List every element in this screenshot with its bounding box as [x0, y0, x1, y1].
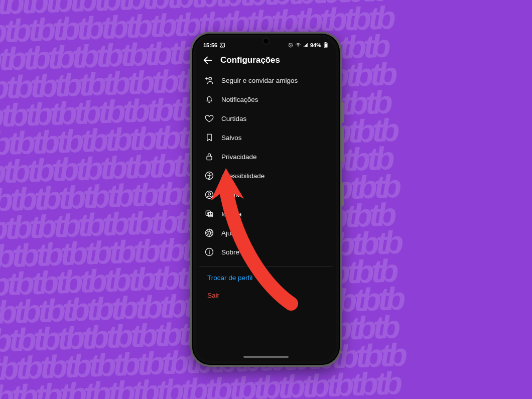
battery-icon	[323, 42, 329, 48]
link-label: Trocar de perfil	[207, 274, 252, 282]
signal-icon	[303, 42, 309, 48]
language-icon	[204, 209, 214, 219]
phone-side-button	[341, 102, 344, 123]
menu-item-accessibility[interactable]: Acessibilidade	[199, 166, 333, 185]
menu-item-privacy[interactable]: Privacidade	[199, 147, 333, 166]
link-label: Sair	[207, 292, 219, 299]
phone-side-button	[341, 182, 344, 206]
lock-icon	[204, 152, 214, 162]
accessibility-icon	[204, 171, 214, 181]
svg-rect-8	[207, 156, 212, 160]
svg-point-7	[209, 77, 211, 80]
menu-item-label: Sobre	[221, 248, 239, 256]
phone-side-button	[341, 127, 344, 162]
image-icon	[219, 42, 225, 48]
menu-item-help[interactable]: Ajuda	[199, 223, 333, 242]
svg-point-10	[209, 173, 210, 175]
info-icon	[204, 247, 214, 257]
camera-hole	[263, 39, 269, 44]
menu-item-label: Notificações	[221, 96, 258, 103]
page-title: Configurações	[220, 55, 280, 65]
person-add-icon	[204, 75, 214, 85]
svg-point-16	[208, 231, 210, 234]
status-time: 15:56	[203, 42, 217, 48]
svg-point-3	[298, 46, 298, 47]
menu-item-about[interactable]: Sobre	[199, 242, 333, 261]
menu-item-account[interactable]: Conta	[199, 185, 333, 204]
svg-rect-6	[325, 42, 326, 43]
svg-rect-5	[325, 44, 327, 48]
menu-item-likes[interactable]: Curtidas	[199, 109, 333, 128]
menu-item-label: Acessibilidade	[221, 172, 264, 180]
menu-item-notifications[interactable]: Notificações	[199, 90, 333, 109]
tutorial-image: tbtbtbtbtbtbtbtbtbtbtbtbtbtbtbtbtb tbtbt…	[0, 0, 532, 399]
bell-icon	[204, 94, 214, 104]
home-indicator	[243, 356, 289, 358]
menu-item-language[interactable]: Idioma	[199, 204, 333, 223]
menu-item-follow-invite[interactable]: Seguir e convidar amigos	[199, 71, 333, 90]
menu-item-label: Conta	[221, 191, 239, 199]
help-icon	[204, 228, 214, 238]
phone-frame: 15:56	[190, 32, 342, 367]
alarm-icon	[288, 42, 294, 48]
heart-icon	[204, 113, 214, 123]
menu-item-label: Idioma	[221, 210, 242, 218]
svg-point-18	[209, 250, 210, 251]
settings-menu: Seguir e convidar amigos Notificações Cu…	[196, 71, 336, 304]
wifi-icon	[295, 42, 301, 48]
phone-screen: 15:56	[196, 38, 336, 361]
bookmark-icon	[204, 132, 214, 143]
user-circle-icon	[204, 190, 214, 200]
divider	[199, 267, 333, 267]
menu-item-label: Salvos	[221, 134, 242, 142]
menu-item-label: Seguir e convidar amigos	[221, 77, 298, 84]
svg-point-12	[208, 193, 211, 195]
back-button[interactable]	[202, 55, 213, 66]
switch-profile-link[interactable]: Trocar de perfil	[199, 269, 333, 287]
menu-item-saved[interactable]: Salvos	[199, 128, 333, 147]
menu-item-label: Curtidas	[221, 115, 246, 122]
svg-point-1	[221, 44, 222, 45]
logout-link[interactable]: Sair	[199, 287, 333, 304]
menu-item-label: Ajuda	[221, 229, 239, 237]
menu-item-label: Privacidade	[221, 153, 257, 161]
battery-percent: 94%	[310, 42, 321, 48]
screen-header: Configurações	[196, 52, 336, 71]
